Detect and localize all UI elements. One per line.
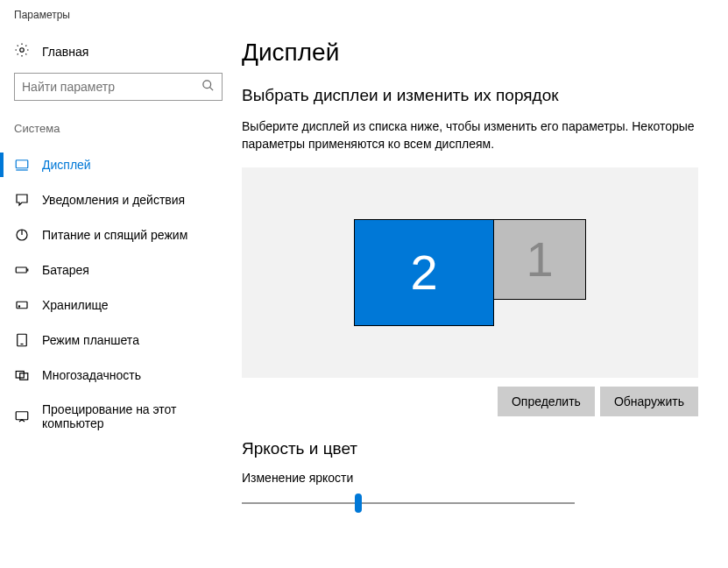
gear-icon <box>14 42 30 60</box>
detect-button[interactable]: Обнаружить <box>600 387 698 416</box>
nav-item-tablet[interactable]: Режим планшета <box>0 323 237 358</box>
storage-icon <box>14 297 30 313</box>
display-1[interactable]: 1 <box>494 219 586 300</box>
battery-icon <box>14 262 30 278</box>
nav-item-power[interactable]: Питание и спящий режим <box>0 217 237 252</box>
monitor-icon <box>14 157 30 173</box>
nav-label: Режим планшета <box>42 333 139 347</box>
svg-line-2 <box>209 87 213 90</box>
nav-label: Дисплей <box>42 158 91 172</box>
nav-label: Уведомления и действия <box>42 193 185 207</box>
nav-label: Многозадачность <box>42 368 141 382</box>
nav-item-storage[interactable]: Хранилище <box>0 288 237 323</box>
display-2[interactable]: 2 <box>354 219 494 326</box>
main-panel: Дисплей Выбрать дисплеи и изменить их по… <box>237 28 728 568</box>
nav-label: Проецирование на этот компьютер <box>42 402 223 430</box>
nav-list: Дисплей Уведомления и действия Питание и… <box>0 147 237 440</box>
search-box[interactable] <box>14 73 223 101</box>
svg-point-1 <box>203 81 211 89</box>
brightness-label: Изменение яркости <box>242 471 698 485</box>
svg-point-10 <box>18 306 19 307</box>
nav-item-battery[interactable]: Батарея <box>0 252 237 288</box>
nav-item-notifications[interactable]: Уведомления и действия <box>0 182 237 217</box>
svg-point-0 <box>20 48 25 53</box>
content-area: Главная Система Дисплей Уведом <box>0 28 728 568</box>
slider-track <box>242 502 575 504</box>
arrange-description: Выберите дисплей из списка ниже, чтобы и… <box>242 117 698 153</box>
project-icon <box>14 408 30 424</box>
display-buttons: Определить Обнаружить <box>242 387 698 416</box>
page-title: Дисплей <box>242 39 698 67</box>
svg-rect-7 <box>16 267 26 273</box>
brightness-slider[interactable] <box>242 493 575 513</box>
section-label: Система <box>0 118 237 147</box>
search-input[interactable] <box>22 80 201 94</box>
nav-label: Хранилище <box>42 298 109 312</box>
home-button[interactable]: Главная <box>0 37 237 73</box>
sidebar: Главная Система Дисплей Уведом <box>0 28 237 568</box>
search-icon <box>201 79 215 95</box>
nav-item-multitask[interactable]: Многозадачность <box>0 358 237 393</box>
message-icon <box>14 192 30 208</box>
nav-item-projecting[interactable]: Проецирование на этот компьютер <box>0 393 237 440</box>
svg-rect-9 <box>17 302 27 309</box>
home-label: Главная <box>42 45 88 59</box>
power-icon <box>14 227 30 243</box>
window-title: Параметры <box>0 0 728 28</box>
multitask-icon <box>14 367 30 383</box>
nav-label: Батарея <box>42 263 89 277</box>
svg-rect-3 <box>16 160 28 168</box>
svg-rect-15 <box>16 412 28 420</box>
nav-item-display[interactable]: Дисплей <box>0 147 237 182</box>
search-container <box>0 73 237 118</box>
slider-thumb[interactable] <box>355 493 362 513</box>
identify-button[interactable]: Определить <box>498 387 595 416</box>
brightness-title: Яркость и цвет <box>242 439 698 458</box>
tablet-icon <box>14 332 30 348</box>
settings-window: Параметры Главная Система <box>0 0 728 568</box>
display-arrangement-area[interactable]: 2 1 <box>242 167 698 378</box>
arrange-title: Выбрать дисплеи и изменить их порядок <box>242 86 698 105</box>
nav-label: Питание и спящий режим <box>42 228 187 242</box>
